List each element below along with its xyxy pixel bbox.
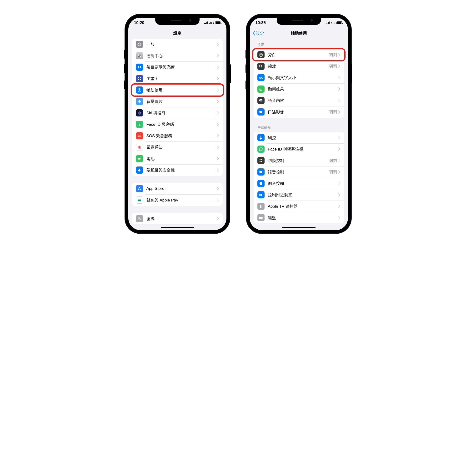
chevron-right-icon bbox=[338, 147, 340, 151]
row-control-center[interactable]: 控制中心 bbox=[132, 50, 223, 62]
section-header-vision: 視覺 bbox=[254, 39, 344, 49]
row-sos[interactable]: SOS 緊急服務 bbox=[132, 130, 223, 142]
row-zoom[interactable]: 縮放關閉 bbox=[254, 61, 344, 72]
notch bbox=[155, 18, 200, 25]
back-button[interactable]: 設定 bbox=[252, 28, 264, 39]
row-nearby[interactable]: 控制附近裝置 bbox=[254, 189, 344, 201]
chevron-right-icon bbox=[217, 111, 219, 115]
row-wallet[interactable]: 錢包與 Apple Pay bbox=[132, 194, 223, 206]
row-label: 口述影像 bbox=[268, 109, 329, 115]
chevron-right-icon bbox=[338, 193, 340, 196]
nav-bar: 設定 bbox=[128, 28, 226, 39]
battery-icon bbox=[336, 21, 342, 24]
back-label: 設定 bbox=[256, 31, 264, 36]
chevron-right-icon bbox=[217, 54, 219, 57]
faceid-icon bbox=[136, 121, 143, 128]
row-label: 觸控 bbox=[268, 135, 338, 141]
row-appstore[interactable]: App Store bbox=[132, 183, 223, 194]
row-exposure[interactable]: 暴露通知 bbox=[132, 142, 223, 153]
row-general[interactable]: 一般 bbox=[132, 39, 223, 50]
row-battery[interactable]: 電池 bbox=[132, 153, 223, 164]
settings-scroll[interactable]: 一般控制中心螢幕顯示與亮度主畫面輔助使用背景圖片Siri 與搜尋Face ID … bbox=[128, 39, 226, 230]
row-voice-control[interactable]: 語音控制關閉 bbox=[254, 166, 344, 178]
settings-group-2: App Store錢包與 Apple Pay bbox=[132, 183, 223, 206]
row-switch-control[interactable]: 切換控制關閉 bbox=[254, 155, 344, 166]
home-indicator[interactable] bbox=[161, 227, 194, 228]
status-time: 10:35 bbox=[256, 20, 266, 25]
row-label: 暴露通知 bbox=[146, 145, 217, 150]
row-label: 輔助使用 bbox=[146, 87, 217, 93]
chevron-right-icon bbox=[217, 134, 219, 137]
page-title: 輔助使用 bbox=[291, 30, 307, 36]
accessibility-scroll[interactable]: 視覺 旁白關閉縮放關閉顯示與文字大小動態效果語音內容口述影像關閉 身體動作 觸控… bbox=[250, 39, 348, 230]
key-icon bbox=[136, 215, 143, 222]
row-label: 控制中心 bbox=[146, 53, 217, 59]
row-side-button[interactable]: 側邊按鈕 bbox=[254, 178, 344, 189]
bubble-icon bbox=[257, 108, 264, 116]
chevron-right-icon bbox=[338, 159, 340, 162]
screen-right: 10:35 4G 設定 輔助使用 視覺 旁白關閉縮放關閉顯示與文字大小動態效果語… bbox=[250, 18, 348, 230]
row-label: Apple TV 遙控器 bbox=[268, 204, 338, 209]
home-indicator[interactable] bbox=[282, 227, 316, 228]
row-value: 關閉 bbox=[329, 158, 337, 163]
chevron-right-icon bbox=[217, 88, 219, 92]
row-label: 控制附近裝置 bbox=[268, 192, 338, 198]
row-label: 動態效果 bbox=[268, 87, 338, 92]
row-privacy[interactable]: 隱私權與安全性 bbox=[132, 164, 223, 176]
row-value: 關閉 bbox=[329, 52, 337, 58]
row-touch[interactable]: 觸控 bbox=[254, 132, 344, 143]
row-label: 語音內容 bbox=[268, 98, 338, 103]
chevron-right-icon bbox=[338, 136, 340, 139]
chevron-right-icon bbox=[338, 205, 340, 208]
settings-group-3: 密碼 bbox=[132, 213, 223, 224]
row-display-text[interactable]: 顯示與文字大小 bbox=[254, 72, 344, 83]
chevron-left-icon bbox=[252, 31, 256, 36]
status-network: 4G bbox=[331, 21, 335, 25]
voice-icon bbox=[257, 168, 264, 176]
row-voiceover[interactable]: 旁白關閉 bbox=[254, 49, 344, 61]
switch-icon bbox=[257, 157, 264, 164]
accessibility-group-motor: 觸控Face ID 與螢幕注視切換控制關閉語音控制關閉側邊按鈕控制附近裝置App… bbox=[254, 132, 344, 223]
row-keyboard[interactable]: 鍵盤 bbox=[254, 212, 344, 223]
row-spoken[interactable]: 語音內容 bbox=[254, 95, 344, 106]
chevron-right-icon bbox=[217, 217, 219, 220]
row-faceid-attn[interactable]: Face ID 與螢幕注視 bbox=[254, 143, 344, 155]
zoom-icon bbox=[257, 63, 264, 70]
hand-icon bbox=[136, 167, 143, 174]
battery-icon bbox=[136, 155, 143, 162]
chevron-right-icon bbox=[217, 157, 219, 160]
chevron-right-icon bbox=[217, 145, 219, 149]
row-label: 一般 bbox=[146, 42, 217, 47]
switches-icon bbox=[136, 52, 143, 59]
row-label: 側邊按鈕 bbox=[268, 181, 338, 186]
phone-left: 10:20 4G 設定 一般控制中心螢幕顯示與亮度主畫面輔助使用背景圖片Siri… bbox=[125, 14, 230, 233]
row-display[interactable]: 螢幕顯示與亮度 bbox=[132, 62, 223, 73]
remote-icon bbox=[257, 203, 264, 210]
sos-icon bbox=[136, 132, 143, 139]
appstore-icon bbox=[136, 185, 143, 192]
chevron-right-icon bbox=[217, 198, 219, 202]
battery-icon bbox=[215, 21, 221, 24]
row-motion[interactable]: 動態效果 bbox=[254, 83, 344, 95]
row-faceid[interactable]: Face ID 與密碼 bbox=[132, 119, 223, 130]
chevron-right-icon bbox=[338, 76, 340, 79]
row-home-screen[interactable]: 主畫面 bbox=[132, 73, 223, 84]
row-accessibility[interactable]: 輔助使用 bbox=[132, 84, 223, 96]
row-wallpaper[interactable]: 背景圖片 bbox=[132, 96, 223, 107]
row-label: 旁白 bbox=[268, 52, 329, 58]
row-label: 錢包與 Apple Pay bbox=[146, 197, 217, 203]
virus-icon bbox=[136, 144, 143, 151]
status-right: 4G bbox=[204, 21, 221, 25]
row-siri[interactable]: Siri 與搜尋 bbox=[132, 107, 223, 119]
phone-right: 10:35 4G 設定 輔助使用 視覺 旁白關閉縮放關閉顯示與文字大小動態效果語… bbox=[247, 14, 351, 233]
flower-icon bbox=[136, 98, 143, 105]
row-label: 密碼 bbox=[146, 216, 217, 222]
chevron-right-icon bbox=[338, 99, 340, 102]
row-label: 電池 bbox=[146, 156, 217, 161]
row-audio-desc[interactable]: 口述影像關閉 bbox=[254, 106, 344, 118]
row-appletv[interactable]: Apple TV 遙控器 bbox=[254, 201, 344, 212]
accessibility-group-vision: 旁白關閉縮放關閉顯示與文字大小動態效果語音內容口述影像關閉 bbox=[254, 49, 344, 118]
row-passwords[interactable]: 密碼 bbox=[132, 213, 223, 224]
row-label: 背景圖片 bbox=[146, 99, 217, 104]
chevron-right-icon bbox=[338, 64, 340, 68]
